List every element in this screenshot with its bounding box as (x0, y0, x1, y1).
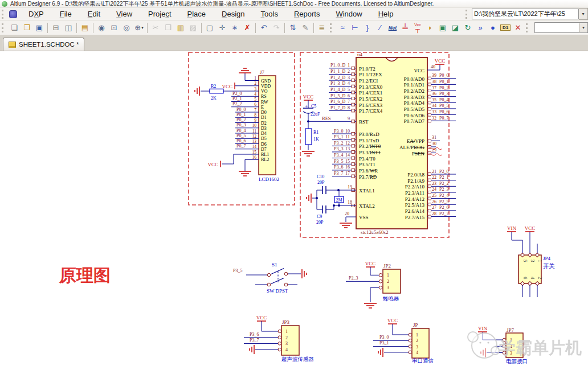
menu-item-project[interactable]: Project (140, 8, 179, 20)
toolbar-grip[interactable] (526, 23, 529, 32)
undo-button[interactable]: ↶ (258, 22, 270, 34)
select-area-icon: ▢ (206, 23, 213, 32)
pin-name: VCC (414, 68, 424, 73)
menu-item-reports[interactable]: Reports (286, 8, 328, 20)
variant-select-combobox[interactable]: ▾ (534, 22, 588, 33)
menu-item-dxp[interactable]: DXP (21, 8, 52, 20)
toolbar-separator (93, 23, 93, 33)
toolbar-buttons: ❏❐▣⊟◫▤◉⊡◎⊕▾✂❒▥▨▢✛∗✗↶↷⇅✎≣≈⊢}∕Net╧Vcc┬◗▣◪↻… (0, 22, 588, 34)
zoom-area-button[interactable]: ⊡ (108, 22, 120, 34)
menu-item-place[interactable]: Place (179, 8, 214, 20)
component-jp3[interactable]: JP31234VCCP3_6P3_7超声波传感器 (244, 315, 315, 362)
schematic-canvas[interactable]: u4stc12c5a60s2P1_0_D1P1.0/T2P1_1_D2P1.1/… (0, 51, 588, 370)
move-up-down-button[interactable]: ⇅ (287, 22, 299, 34)
break-wire-button[interactable]: ∗ (228, 22, 241, 34)
select-area-button[interactable]: ▢ (203, 22, 216, 34)
zoom-selection-icon: ◎ (123, 23, 129, 32)
open-document-button[interactable]: ❐ (21, 22, 33, 34)
annotate-button[interactable]: ✎ (299, 22, 312, 34)
pathbar-grip[interactable] (466, 10, 469, 19)
pin-number: 11 (252, 129, 256, 134)
pin-number: 27 (432, 205, 436, 210)
net-label: P3_7 (334, 171, 343, 176)
pin-name: XTAL1 (359, 188, 375, 194)
pin-number: 35 (432, 97, 436, 102)
pin-number: 2 (387, 279, 389, 284)
net-label: P0_2 (439, 85, 448, 91)
menu-item-view[interactable]: View (108, 8, 140, 20)
menu-item-help[interactable]: Help (370, 8, 402, 20)
place-gnd-power-port-icon: ╧ (402, 23, 407, 32)
menu-item-window[interactable]: Window (328, 8, 370, 20)
place-harness-entry-button[interactable]: ● (487, 22, 499, 34)
pin-name: P2.6/A14 (405, 208, 425, 214)
menubar-grip[interactable] (2, 10, 5, 19)
pin-name: VO (261, 89, 268, 94)
zoom-document-icon: ◉ (98, 23, 104, 32)
component-jp2[interactable]: JP2123VCCP2_3蜂鸣器 (346, 261, 401, 308)
reset-circuit[interactable]: VCC+C522uFR11K (302, 94, 320, 156)
menu-item-edit[interactable]: Edit (80, 8, 108, 20)
zoom-components-button[interactable]: ⊕▾ (133, 22, 145, 34)
tab-sheet1[interactable]: SHEET1.SCHDOC * (3, 38, 84, 51)
place-no-erc-button[interactable]: ✕ (512, 22, 524, 34)
print-preview-button[interactable]: ◫ (62, 22, 75, 34)
place-signal-harness-button[interactable]: } (361, 22, 374, 34)
browse-library-button[interactable]: ≣ (316, 22, 328, 34)
place-sheet-entry-button[interactable]: ◪ (449, 22, 462, 34)
polarity-plus: + (305, 103, 308, 109)
move-selection-button[interactable]: ✛ (216, 22, 228, 34)
new-document-button[interactable]: ❏ (8, 22, 21, 34)
app-title: Altium Designer 6.9 - D:\我的坚果云\LT\2022下半… (10, 0, 434, 8)
menu-item-tools[interactable]: Tools (253, 8, 286, 20)
pin-number: 11 (345, 134, 350, 139)
pin-number: 8 (254, 113, 256, 118)
component-jp4[interactable]: JP4开关531642VINVCC (507, 225, 555, 297)
place-vcc-power-port-button[interactable]: Vcc┬ (411, 22, 424, 34)
document-window-icon[interactable] (9, 10, 17, 18)
net-label: P2_0 (439, 169, 448, 174)
open-recent-document-button[interactable]: ▤ (79, 22, 91, 34)
place-bus-entry-button[interactable]: ∕ (374, 22, 386, 34)
designator: u4 (357, 52, 363, 57)
place-port-button[interactable]: D1 (499, 22, 512, 34)
menu-item-design[interactable]: Design (214, 8, 252, 20)
pin-circle (409, 339, 412, 343)
place-net-label-button[interactable]: Net (386, 22, 399, 34)
document-path-input[interactable] (472, 9, 579, 19)
toolbar-grip[interactable] (330, 23, 333, 32)
place-gnd-power-port-button[interactable]: ╧ (399, 22, 411, 34)
print-button[interactable]: ⊟ (50, 22, 62, 34)
place-part-button[interactable]: ◗ (424, 22, 436, 34)
paste-button[interactable]: ▥ (174, 22, 187, 34)
pin-number: 33 (432, 109, 436, 114)
pin-number: 1 (285, 329, 288, 334)
clear-filter-button[interactable]: ✗ (241, 22, 254, 34)
place-bus-button[interactable]: ⊢ (349, 22, 361, 34)
place-device-sheet-button[interactable]: ↻ (462, 22, 474, 34)
menu-item-file[interactable]: File (52, 8, 80, 20)
pin-name: P2.3/A11 (405, 190, 424, 196)
component-j7[interactable]: J7LCD16021GND2VDD3VO4RSP2_05RWP2_16EP2_2… (195, 68, 279, 182)
save-document-button[interactable]: ▣ (33, 22, 46, 34)
net-label: P3_0 (379, 335, 389, 340)
component-s1[interactable]: P3_5S1SW DPST (233, 262, 307, 294)
open-recent-document-icon: ▤ (81, 23, 88, 32)
schematic-editor[interactable]: u4stc12c5a60s2P1_0_D1P1.0/T2P1_1_D2P1.1/… (0, 51, 588, 370)
chevron-down-icon[interactable]: ▾ (579, 23, 587, 32)
pin-number: 10 (252, 123, 257, 128)
toolbar-grip[interactable] (2, 23, 5, 32)
component-jp-serial[interactable]: JP1234VCCP3_0P3_1串口通信 (373, 318, 434, 364)
place-harness-connector-button[interactable]: » (474, 22, 487, 34)
pin-number: 38 (432, 79, 436, 84)
net-label: P2_5 (439, 199, 448, 204)
zoom-document-button[interactable]: ◉ (95, 22, 108, 34)
path-dropdown-icon[interactable]: ▾ (579, 8, 588, 20)
component-u4[interactable]: u4stc12c5a60s2P1_0_D1P1.0/T2P1_1_D2P1.1/… (308, 52, 456, 235)
zoom-selection-button[interactable]: ◎ (120, 22, 133, 34)
pin-name: XTAL2 (359, 203, 375, 209)
place-sheet-symbol-button[interactable]: ▣ (436, 22, 449, 34)
value: 2M (336, 198, 342, 203)
chevron-down-icon[interactable]: ▾ (141, 26, 144, 30)
place-wire-button[interactable]: ≈ (336, 22, 349, 34)
